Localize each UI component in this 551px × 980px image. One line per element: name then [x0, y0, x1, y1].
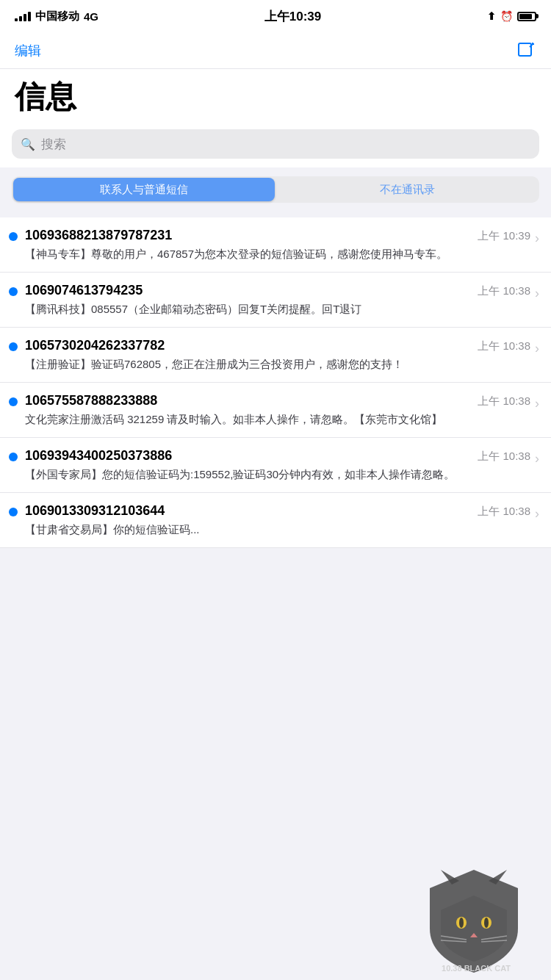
svg-marker-5	[489, 870, 507, 884]
unread-indicator	[9, 232, 18, 241]
message-sender: 106939434002503​73886	[25, 448, 172, 464]
message-preview: 【腾讯科技】085557（企业邮箱动态密码）回复T关闭提醒。回T退订	[25, 301, 530, 317]
chevron-right-icon: ›	[535, 451, 539, 466]
message-sender: 10693688213879787231	[25, 228, 172, 243]
chevron-right-icon: ›	[535, 286, 539, 301]
unread-indicator	[9, 287, 18, 296]
segment-section: 联系人与普通短信 不在通讯录	[0, 167, 551, 212]
message-preview: 【甘肃省交易局】你的短信验证码...	[25, 522, 530, 537]
page-title-section: 信息	[0, 69, 551, 129]
edit-button[interactable]: 编辑	[15, 42, 41, 60]
svg-line-11	[441, 936, 467, 940]
message-time: 上午 10:38	[478, 394, 530, 408]
svg-point-7	[481, 917, 491, 929]
message-header: 10690133093121​03644 上午 10:38	[25, 503, 530, 519]
watermark: 10.38 BLACK CAT	[397, 862, 551, 980]
page-title: 信息	[15, 76, 536, 118]
svg-line-13	[481, 936, 507, 940]
svg-line-14	[481, 940, 507, 942]
compose-icon	[516, 40, 536, 61]
chevron-right-icon: ›	[535, 396, 539, 411]
svg-point-6	[456, 917, 467, 929]
signal-icon	[15, 12, 31, 21]
unread-indicator	[9, 397, 18, 406]
message-item[interactable]: 10690133093121​03644 上午 10:38 【甘肃省交易局】你的…	[0, 493, 551, 548]
segment-tab-contacts[interactable]: 联系人与普通短信	[13, 178, 275, 201]
status-carrier: 中国移动 4G	[15, 10, 98, 24]
message-preview: 【外国专家局】您的短信验证码为:159552,验证码30分钟内有效，如非本人操作…	[25, 466, 530, 482]
svg-text:10.38  BLACK CAT: 10.38 BLACK CAT	[442, 964, 511, 973]
message-content: 10657302042623​37782 上午 10:38 【注册验证】验证码7…	[25, 338, 530, 372]
status-time: 上午10:39	[264, 8, 321, 25]
message-header: 10690746137942​35 上午 10:38	[25, 283, 530, 298]
search-icon: 🔍	[21, 137, 35, 151]
message-header: 106939434002503​73886 上午 10:38	[25, 448, 530, 464]
message-item[interactable]: 10690746137942​35 上午 10:38 【腾讯科技】085557（…	[0, 273, 551, 328]
chevron-right-icon: ›	[535, 506, 539, 522]
message-time: 上午 10:38	[478, 339, 530, 353]
carrier-label: 中国移动	[35, 10, 79, 24]
segment-tab-unknown[interactable]: 不在通讯录	[276, 178, 538, 201]
segment-control: 联系人与普通短信 不在通讯录	[12, 176, 539, 203]
message-content: 10693688213879787231 上午 10:39 【神马专车】尊敬的用…	[25, 228, 530, 262]
message-content: 10690133093121​03644 上午 10:38 【甘肃省交易局】你的…	[25, 503, 530, 537]
search-bar[interactable]: 🔍 搜索	[12, 129, 539, 159]
chevron-right-icon: ›	[535, 341, 539, 356]
message-sender: 10690133093121​03644	[25, 503, 165, 519]
message-content: 10690746137942​35 上午 10:38 【腾讯科技】085557（…	[25, 283, 530, 317]
message-content: 10657558788823​3888 上午 10:38 文化莞家注册激活码 3…	[25, 393, 530, 427]
chevron-right-icon: ›	[535, 231, 539, 246]
message-time: 上午 10:38	[478, 284, 530, 298]
svg-line-12	[441, 940, 467, 942]
search-placeholder: 搜索	[41, 136, 66, 153]
message-time: 上午 10:38	[478, 450, 530, 464]
svg-point-9	[484, 918, 489, 928]
message-preview: 【注册验证】验证码762805，您正在注册成为三合投资用户，感谢您的支持！	[25, 356, 530, 372]
svg-marker-4	[441, 870, 459, 884]
unread-indicator	[9, 342, 18, 351]
svg-marker-10	[470, 933, 478, 937]
message-preview: 文化莞家注册激活码 321259 请及时输入。如非本人操作，请忽略。【东莞市文化…	[25, 411, 530, 427]
message-time: 上午 10:38	[478, 505, 530, 519]
network-label: 4G	[84, 10, 98, 23]
unread-indicator	[9, 508, 18, 516]
message-sender: 10657302042623​37782	[25, 338, 165, 353]
battery-icon	[517, 12, 536, 21]
status-icons: ⬆ ⏰	[487, 10, 536, 22]
message-sender: 10657558788823​3888	[25, 393, 157, 408]
message-time: 上午 10:39	[478, 229, 530, 243]
location-icon: ⬆	[487, 10, 496, 22]
svg-point-8	[459, 918, 464, 928]
message-preview: 【神马专车】尊敬的用户，467857为您本次登录的短信验证码，感谢您使用神马专车…	[25, 246, 530, 262]
unread-indicator	[9, 453, 18, 461]
message-item[interactable]: 10657302042623​37782 上午 10:38 【注册验证】验证码7…	[0, 328, 551, 383]
compose-button[interactable]	[516, 40, 536, 61]
message-header: 10693688213879787231 上午 10:39	[25, 228, 530, 243]
message-sender: 10690746137942​35	[25, 283, 143, 298]
message-list: 10693688213879787231 上午 10:39 【神马专车】尊敬的用…	[0, 217, 551, 548]
message-item[interactable]: 106939434002503​73886 上午 10:38 【外国专家局】您的…	[0, 438, 551, 493]
alarm-icon: ⏰	[500, 10, 513, 22]
message-header: 10657558788823​3888 上午 10:38	[25, 393, 530, 408]
status-bar: 中国移动 4G 上午10:39 ⬆ ⏰	[0, 0, 551, 32]
message-item[interactable]: 10657558788823​3888 上午 10:38 文化莞家注册激活码 3…	[0, 383, 551, 438]
search-section: 🔍 搜索	[0, 129, 551, 167]
svg-rect-0	[519, 43, 531, 56]
message-header: 10657302042623​37782 上午 10:38	[25, 338, 530, 353]
nav-bar: 编辑	[0, 32, 551, 69]
message-item[interactable]: 10693688213879787231 上午 10:39 【神马专车】尊敬的用…	[0, 217, 551, 273]
message-content: 106939434002503​73886 上午 10:38 【外国专家局】您的…	[25, 448, 530, 482]
